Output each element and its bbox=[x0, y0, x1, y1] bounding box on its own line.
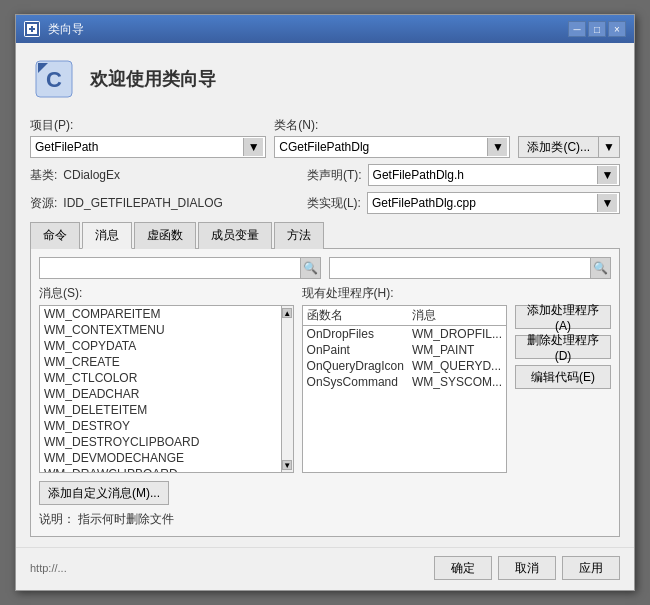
tab-member[interactable]: 成员变量 bbox=[198, 222, 272, 249]
search-handler-input[interactable] bbox=[330, 261, 590, 275]
tab-command[interactable]: 命令 bbox=[30, 222, 80, 249]
msg-scrollbar-down[interactable]: ▼ bbox=[282, 460, 292, 470]
handler-col-msg: 消息 bbox=[408, 306, 506, 326]
list-item[interactable]: WM_DESTROYCLIPBOARD bbox=[40, 434, 281, 450]
add-custom-button[interactable]: 添加自定义消息(M)... bbox=[39, 481, 169, 505]
class-impl-arrow: ▼ bbox=[597, 194, 617, 212]
class-value: CGetFilePathDlg bbox=[277, 140, 487, 154]
side-buttons: 添加处理程序(A) 删除处理程序(D) 编辑代码(E) bbox=[515, 305, 611, 473]
class-impl-value: GetFilePathDlg.cpp bbox=[370, 196, 597, 210]
add-custom-section: 添加自定义消息(M)... bbox=[39, 481, 611, 505]
handler-col-func: 函数名 bbox=[303, 306, 408, 326]
project-dropdown-arrow: ▼ bbox=[243, 138, 263, 156]
resource-label: 资源: bbox=[30, 195, 57, 212]
msg-scrollbar-up[interactable]: ▲ bbox=[282, 308, 292, 318]
table-row[interactable]: OnDropFiles WM_DROPFIL... bbox=[303, 326, 506, 343]
page-title: 欢迎使用类向导 bbox=[90, 67, 216, 91]
content-area: C 欢迎使用类向导 项目(P): GetFilePath ▼ bbox=[16, 43, 634, 547]
handler-table: 函数名 消息 OnDropFiles WM_DROPFIL... bbox=[303, 306, 506, 390]
description-text: 指示何时删除文件 bbox=[78, 512, 174, 526]
add-handler-button[interactable]: 添加处理程序(A) bbox=[515, 305, 611, 329]
lists-area: 消息(S): WM_COMPAREITEM WM_CONTEXTMENU WM_… bbox=[39, 285, 611, 473]
project-label: 项目(P): bbox=[30, 118, 73, 132]
class-decl-label: 类声明(T): bbox=[307, 167, 362, 184]
list-item[interactable]: WM_COMPAREITEM bbox=[40, 306, 281, 322]
header-section: C 欢迎使用类向导 bbox=[30, 55, 620, 103]
apply-button[interactable]: 应用 bbox=[562, 556, 620, 580]
message-list-section: 消息(S): WM_COMPAREITEM WM_CONTEXTMENU WM_… bbox=[39, 285, 294, 473]
list-item[interactable]: WM_CONTEXTMENU bbox=[40, 322, 281, 338]
class-impl-dropdown[interactable]: GetFilePathDlg.cpp ▼ bbox=[367, 192, 620, 214]
table-row[interactable]: OnPaint WM_PAINT bbox=[303, 342, 506, 358]
class-decl-value: GetFilePathDlg.h bbox=[371, 168, 597, 182]
tab-content: 🔍 🔍 消息(S): WM_COMPAREITEM WM_CONTEXTMENU bbox=[30, 249, 620, 537]
form-section: 项目(P): GetFilePath ▼ 类名(N): CGetFilePath… bbox=[30, 117, 620, 214]
table-row[interactable]: OnSysCommand WM_SYSCOM... bbox=[303, 374, 506, 390]
add-class-arrow-button[interactable]: ▼ bbox=[598, 136, 620, 158]
list-item[interactable]: WM_DEVMODECHANGE bbox=[40, 450, 281, 466]
svg-text:C: C bbox=[46, 67, 62, 92]
handler-listbox[interactable]: 函数名 消息 OnDropFiles WM_DROPFIL... bbox=[302, 305, 507, 473]
footer-url: http://... bbox=[30, 562, 428, 574]
search-handler-box[interactable]: 🔍 bbox=[329, 257, 611, 279]
title-bar-left: 类向导 bbox=[24, 21, 84, 38]
search-message-box[interactable]: 🔍 bbox=[39, 257, 321, 279]
project-value: GetFilePath bbox=[33, 140, 243, 154]
list-item[interactable]: WM_CTLCOLOR bbox=[40, 370, 281, 386]
ok-button[interactable]: 确定 bbox=[434, 556, 492, 580]
base-label: 基类: bbox=[30, 167, 57, 184]
class-decl-dropdown[interactable]: GetFilePathDlg.h ▼ bbox=[368, 164, 620, 186]
project-dropdown[interactable]: GetFilePath ▼ bbox=[30, 136, 266, 158]
cancel-button[interactable]: 取消 bbox=[498, 556, 556, 580]
close-button[interactable]: × bbox=[608, 21, 626, 37]
search-message-icon: 🔍 bbox=[300, 258, 320, 278]
tab-vfunc[interactable]: 虚函数 bbox=[134, 222, 196, 249]
class-impl-label: 类实现(L): bbox=[307, 195, 361, 212]
search-row: 🔍 🔍 bbox=[39, 257, 611, 279]
search-handler-icon: 🔍 bbox=[590, 258, 610, 278]
app-icon bbox=[24, 21, 40, 37]
handler-list-label: 现有处理程序(H): bbox=[302, 285, 611, 302]
list-item[interactable]: WM_COPYDATA bbox=[40, 338, 281, 354]
tab-message[interactable]: 消息 bbox=[82, 222, 132, 249]
minimize-button[interactable]: ─ bbox=[568, 21, 586, 37]
add-class-button[interactable]: 添加类(C)... bbox=[518, 136, 598, 158]
list-item[interactable]: WM_DELETEITEM bbox=[40, 402, 281, 418]
main-window: 类向导 ─ □ × C 欢迎使用类向导 bbox=[15, 14, 635, 591]
title-bar-controls: ─ □ × bbox=[568, 21, 626, 37]
base-value: CDialogEx bbox=[63, 168, 123, 182]
class-dropdown-arrow: ▼ bbox=[487, 138, 507, 156]
table-row[interactable]: OnQueryDragIcon WM_QUERYD... bbox=[303, 358, 506, 374]
search-message-input[interactable] bbox=[40, 261, 300, 275]
list-item[interactable]: WM_DRAWCLIPBOARD bbox=[40, 466, 281, 473]
list-item[interactable]: WM_DESTROY bbox=[40, 418, 281, 434]
resource-value: IDD_GETFILEPATH_DIALOG bbox=[63, 196, 223, 210]
description-prefix: 说明： bbox=[39, 512, 75, 526]
window-title: 类向导 bbox=[48, 21, 84, 38]
delete-handler-button[interactable]: 删除处理程序(D) bbox=[515, 335, 611, 359]
tab-method[interactable]: 方法 bbox=[274, 222, 324, 249]
msg-list-label: 消息(S): bbox=[39, 285, 294, 302]
title-bar: 类向导 ─ □ × bbox=[16, 15, 634, 43]
handler-section: 现有处理程序(H): 函数名 消息 bbox=[302, 285, 611, 473]
wizard-icon: C bbox=[30, 55, 78, 103]
footer: http://... 确定 取消 应用 bbox=[16, 547, 634, 590]
class-label: 类名(N): bbox=[274, 118, 318, 132]
class-decl-arrow: ▼ bbox=[597, 166, 617, 184]
edit-code-button[interactable]: 编辑代码(E) bbox=[515, 365, 611, 389]
class-dropdown[interactable]: CGetFilePathDlg ▼ bbox=[274, 136, 510, 158]
message-listbox[interactable]: WM_COMPAREITEM WM_CONTEXTMENU WM_COPYDAT… bbox=[39, 305, 282, 473]
list-item[interactable]: WM_DEADCHAR bbox=[40, 386, 281, 402]
description-row: 说明： 指示何时删除文件 bbox=[39, 511, 611, 528]
maximize-button[interactable]: □ bbox=[588, 21, 606, 37]
list-item[interactable]: WM_CREATE bbox=[40, 354, 281, 370]
tabs-bar: 命令 消息 虚函数 成员变量 方法 bbox=[30, 222, 620, 249]
